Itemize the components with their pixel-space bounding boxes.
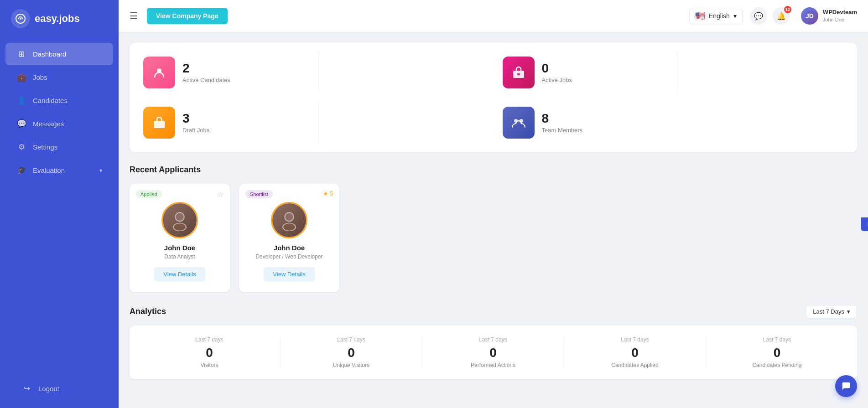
header-icons: 💬 🔔 12	[750, 7, 790, 25]
stat-divider-2	[677, 52, 678, 93]
sidebar-item-messages[interactable]: 💬 Messages	[5, 113, 113, 135]
view-details-button-1[interactable]: View Details	[154, 267, 205, 281]
draft-jobs-label: Draft Jobs	[182, 127, 209, 134]
performed-actions-period: Last 7 days	[479, 336, 507, 343]
sidebar-label-dashboard: Dashboard	[33, 50, 66, 58]
sidebar-item-settings[interactable]: ⚙ Settings	[5, 136, 113, 158]
visitors-label: Visitors	[200, 362, 218, 368]
notifications-button[interactable]: 🔔 12	[773, 7, 790, 25]
sidebar-item-evaluation[interactable]: 🎓 Evaluation ▾	[5, 159, 113, 181]
active-jobs-number: 0	[542, 62, 572, 75]
team-members-number: 8	[542, 112, 583, 125]
chat-bubble-button[interactable]	[835, 375, 857, 397]
avatar: JD	[801, 7, 818, 25]
stat-divider-1	[318, 52, 319, 93]
unique-visitors-period: Last 7 days	[337, 336, 365, 343]
analytics-stat-performed-actions: Last 7 days 0 Performed Actions	[422, 336, 564, 368]
unique-visitors-number: 0	[348, 346, 355, 360]
chevron-down-icon: ▾	[99, 167, 102, 174]
language-selector[interactable]: 🇺🇸 English ▾	[689, 8, 743, 24]
star-icon: ★	[323, 190, 328, 197]
chat-icon: 💬	[16, 119, 26, 129]
sidebar-label-messages: Messages	[33, 120, 64, 128]
stats-row: 2 Active Candidates 0 Active Jobs	[130, 43, 857, 152]
stat-active-candidates: 2 Active Candidates	[139, 52, 309, 93]
user-info[interactable]: JD WPDevteam John Doe	[801, 7, 857, 25]
analytics-filter-label: Last 7 Days	[813, 308, 844, 315]
analytics-stat-unique-visitors: Last 7 days 0 Unique Visitors	[281, 336, 422, 368]
sidebar-item-logout[interactable]: ↪ Logout	[11, 377, 108, 400]
sidebar-bottom: ↪ Logout	[0, 369, 119, 408]
jobs-stat-icon	[503, 57, 535, 88]
bell-icon: 🔔	[777, 12, 786, 21]
applicant-name-1: John Doe	[164, 244, 195, 252]
logo[interactable]: easy.jobs	[0, 0, 119, 37]
candidates-pending-label: Candidates Pending	[752, 362, 801, 368]
view-company-page-button[interactable]: View Company Page	[147, 8, 228, 24]
performed-actions-label: Performed Actions	[471, 362, 515, 368]
stat-draft-jobs-text: 3 Draft Jobs	[182, 112, 209, 134]
svg-rect-5	[154, 121, 165, 128]
messages-button[interactable]: 💬	[750, 7, 767, 25]
menu-button[interactable]: ☰	[130, 10, 138, 21]
svg-point-1	[20, 18, 21, 20]
home-icon: ⊞	[16, 49, 26, 59]
draft-jobs-stat-icon	[143, 107, 175, 139]
sidebar-label-settings: Settings	[33, 143, 57, 151]
graduation-icon: 🎓	[16, 165, 26, 175]
unique-visitors-label: Unique Visitors	[333, 362, 369, 368]
candidates-applied-period: Last 7 days	[621, 336, 649, 343]
candidates-pending-number: 0	[774, 346, 781, 360]
performed-actions-number: 0	[489, 346, 497, 360]
applicant-role-2: Developer / Web Developer	[255, 253, 322, 260]
feedback-tab[interactable]: Feedback	[861, 217, 868, 231]
sidebar: easy.jobs ⊞ Dashboard 💼 Jobs 👤 Candidate…	[0, 0, 119, 408]
svg-point-14	[286, 213, 293, 221]
sidebar-item-dashboard[interactable]: ⊞ Dashboard	[5, 43, 113, 65]
analytics-filter-button[interactable]: Last 7 Days ▾	[806, 305, 857, 318]
analytics-stats-row: Last 7 days 0 Visitors Last 7 days 0 Uni…	[130, 325, 857, 379]
gear-icon: ⚙	[16, 142, 26, 152]
applicant-card-1: Applied ☆ John Doe Data	[130, 184, 230, 292]
user-name: John Doe	[823, 16, 857, 23]
applicant-role-1: Data Analyst	[164, 253, 195, 260]
applicant-card-2: Shortlist ★ 5	[239, 184, 339, 292]
sidebar-item-candidates[interactable]: 👤 Candidates	[5, 89, 113, 112]
language-label: English	[709, 12, 730, 20]
header: ☰ View Company Page 🇺🇸 English ▾ 💬 🔔 12 …	[119, 0, 868, 32]
view-details-button-2[interactable]: View Details	[264, 267, 314, 281]
svg-point-10	[176, 213, 184, 221]
analytics-section: Analytics Last 7 Days ▾ Last 7 days 0 Vi…	[130, 305, 857, 379]
sidebar-label-candidates: Candidates	[33, 97, 68, 104]
recent-applicants-title: Recent Applicants	[130, 165, 857, 175]
sidebar-label-evaluation: Evaluation	[33, 166, 65, 174]
svg-rect-4	[517, 73, 520, 75]
active-candidates-label: Active Candidates	[182, 77, 230, 83]
recent-applicants-section: Recent Applicants Applied ☆	[130, 165, 857, 292]
logout-icon: ↪	[22, 384, 32, 393]
candidates-applied-number: 0	[631, 346, 639, 360]
briefcase-icon: 💼	[16, 72, 26, 82]
avatar-placeholder-2	[272, 203, 306, 237]
candidates-applied-label: Candidates Applied	[611, 362, 658, 368]
sidebar-label-logout: Logout	[38, 385, 59, 393]
analytics-stat-candidates-applied: Last 7 days 0 Candidates Applied	[564, 336, 706, 368]
applicant-avatar-1	[161, 202, 198, 238]
stat-active-candidates-text: 2 Active Candidates	[182, 62, 230, 83]
notification-badge: 12	[784, 6, 791, 13]
logo-text: easy.jobs	[35, 13, 80, 25]
stat-active-jobs-text: 0 Active Jobs	[542, 62, 572, 83]
visitors-period: Last 7 days	[195, 336, 223, 343]
analytics-header: Analytics Last 7 Days ▾	[130, 305, 857, 318]
user-company: WPDevteam	[823, 9, 857, 16]
bookmark-icon[interactable]: ☆	[217, 190, 223, 199]
star-rating: ★ 5	[323, 190, 333, 197]
shortlist-badge: Shortlist	[245, 190, 273, 198]
logo-icon	[11, 9, 30, 28]
sidebar-item-jobs[interactable]: 💼 Jobs	[5, 66, 113, 88]
user-text: WPDevteam John Doe	[823, 9, 857, 23]
chevron-down-icon: ▾	[733, 12, 737, 20]
analytics-stat-candidates-pending: Last 7 days 0 Candidates Pending	[706, 336, 848, 368]
stat-divider-3	[318, 102, 319, 143]
applicant-avatar-2	[271, 202, 307, 238]
